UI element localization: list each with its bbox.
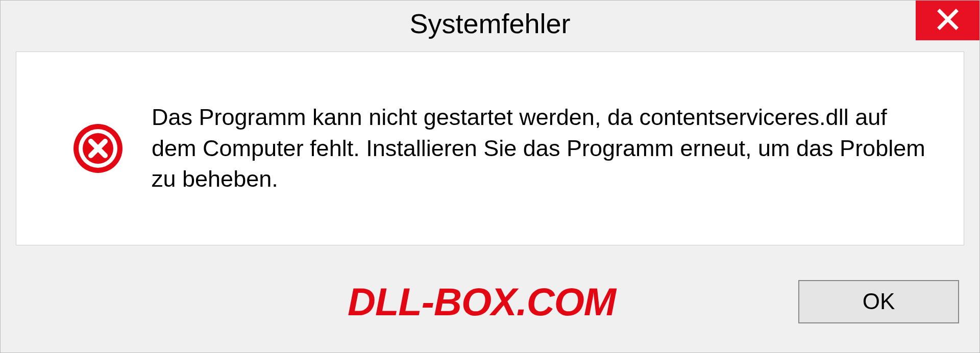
title-bar: Systemfehler: [1, 1, 979, 46]
error-dialog: Systemfehler Das Programm kann nicht ges…: [0, 0, 980, 353]
close-button[interactable]: [916, 1, 979, 40]
watermark-text: DLL-BOX.COM: [348, 280, 616, 324]
error-icon: [72, 123, 124, 174]
ok-button-label: OK: [863, 289, 895, 314]
content-panel: Das Programm kann nicht gestartet werden…: [16, 52, 964, 245]
dialog-title: Systemfehler: [409, 8, 570, 39]
error-message: Das Programm kann nicht gestartet werden…: [152, 102, 933, 195]
close-icon: [937, 8, 959, 33]
ok-button[interactable]: OK: [798, 280, 959, 323]
dialog-footer: DLL-BOX.COM OK: [1, 261, 979, 352]
